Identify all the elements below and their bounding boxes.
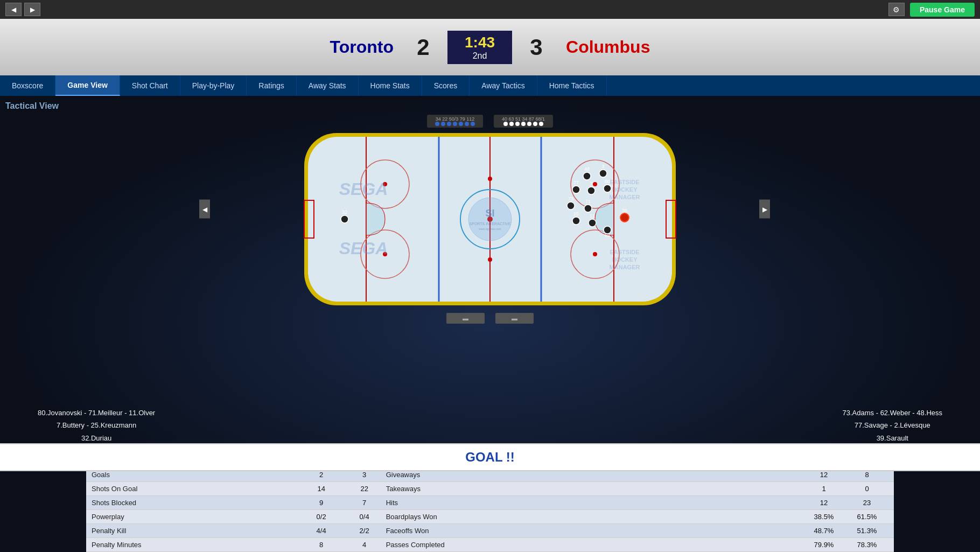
dot: [441, 122, 445, 126]
right-lines-panel: 73.Adams - 62.Weber - 48.Hess 77.Savage …: [843, 407, 942, 444]
svg-text:48: 48: [584, 166, 590, 172]
home-bench-dots: [503, 122, 543, 126]
table-row: Powerplay 0/2 0/4 Boardplays Won 38.5% 6…: [86, 510, 894, 524]
stat-val-tor-right: 79.9%: [802, 541, 845, 549]
svg-text:SI: SI: [485, 208, 494, 219]
svg-text:77: 77: [573, 180, 579, 185]
next-arrow[interactable]: ▶: [24, 3, 40, 16]
tab-ratings[interactable]: Ratings: [247, 75, 296, 96]
away-bench-dots: [435, 122, 475, 126]
left-line-2: 7.Buttery - 25.Kreuzmann: [38, 419, 155, 431]
stat-val-tor-left: 4/4: [300, 527, 343, 535]
svg-text:80: 80: [605, 179, 610, 184]
svg-text:SEGA: SEGA: [339, 239, 388, 258]
svg-point-15: [593, 182, 597, 186]
tab-shotchart[interactable]: Shot Chart: [120, 75, 180, 96]
rink-container: 34 22 50/3 79 112 40 63 51 34 87 68/1: [302, 115, 678, 324]
stat-val-cbs-left: 2/2: [343, 527, 386, 535]
away-bench-btn[interactable]: ▬: [446, 313, 485, 324]
time-box: 1:43 2nd: [447, 31, 512, 64]
stat-val-tor-left: 0/2: [300, 513, 343, 521]
table-row: Shots On Goal 14 22 Takeaways 1 0: [86, 482, 894, 496]
svg-point-45: [567, 202, 575, 209]
tab-homestats[interactable]: Home Stats: [359, 75, 422, 96]
top-bar: ◀ ▶ ⚙ Pause Game: [0, 0, 980, 19]
right-line-1: 73.Adams - 62.Weber - 48.Hess: [843, 407, 942, 419]
main-content: Tactical View ◀ ▶ 34 22 50/3 79 112 40 6…: [0, 96, 980, 552]
svg-point-41: [587, 187, 595, 194]
svg-point-49: [572, 217, 580, 225]
stat-val-tor-right: 12: [802, 471, 845, 479]
tab-playbyplay[interactable]: Play-by-Play: [180, 75, 247, 96]
nav-arrows: ◀ ▶: [5, 3, 40, 16]
tab-scores[interactable]: Scores: [422, 75, 470, 96]
svg-point-43: [604, 185, 611, 192]
table-row: Penalty Minutes 8 4 Passes Completed 79.…: [86, 538, 894, 552]
game-period: 2nd: [458, 51, 501, 61]
stat-val-tor-right: 1: [802, 485, 845, 493]
svg-text:EASTSIDE: EASTSIDE: [610, 179, 639, 185]
stat-val-tor-right: 12: [802, 499, 845, 507]
tab-gameview[interactable]: Game View: [55, 75, 120, 96]
stat-name-left: Goals: [92, 471, 300, 479]
svg-text:32: 32: [342, 209, 347, 215]
stat-val-tor-left: 9: [300, 499, 343, 507]
stat-val-cbs-left: 7: [343, 499, 386, 507]
stat-name-left: Shots On Goal: [92, 485, 300, 493]
dot: [471, 122, 475, 126]
left-line-1: 80.Jovanovski - 71.Meilleur - 11.Olver: [38, 407, 155, 419]
svg-point-55: [620, 213, 629, 222]
home-bench-btn[interactable]: ▬: [495, 313, 534, 324]
stat-name-left: Penalty Minutes: [92, 541, 300, 549]
stat-val-cbs-right: 61.5%: [845, 513, 888, 521]
svg-point-37: [599, 170, 607, 177]
dot: [459, 122, 463, 126]
dot: [509, 122, 514, 126]
stat-val-cbs-right: 8: [845, 471, 888, 479]
rink-svg: SEGA SEGA EASTSIDE HOCKEY MANAGER EASTSI…: [302, 130, 678, 308]
stat-val-cbs-left: 0/4: [343, 513, 386, 521]
stat-val-tor-right: 38.5%: [802, 513, 845, 521]
tab-boxscore[interactable]: Boxscore: [0, 75, 55, 96]
stat-val-cbs-right: 23: [845, 499, 888, 507]
svg-point-47: [584, 205, 592, 212]
tab-awaytactics[interactable]: Away Tactics: [470, 75, 537, 96]
dot: [447, 122, 451, 126]
settings-button[interactable]: ⚙: [888, 3, 905, 16]
table-row: Penalty Kill 4/4 2/2 Faceoffs Won 48.7% …: [86, 524, 894, 538]
svg-text:71: 71: [585, 199, 591, 204]
svg-point-35: [583, 172, 591, 180]
goal-banner: GOAL !!: [0, 443, 980, 471]
svg-text:73: 73: [568, 196, 573, 201]
svg-text:7: 7: [590, 181, 592, 186]
right-arrow[interactable]: ▶: [759, 200, 770, 219]
stat-name-left: Shots Blocked: [92, 499, 300, 507]
stats-rows-container: Goals 2 3 Giveaways 12 8 Shots On Goal 1…: [86, 468, 894, 552]
svg-text:EASTSIDE: EASTSIDE: [610, 249, 639, 255]
score-header: Toronto 2 1:43 2nd 3 Columbus: [0, 19, 980, 75]
stat-val-cbs-left: 3: [343, 471, 386, 479]
tab-awaystats[interactable]: Away Stats: [297, 75, 359, 96]
nav-tabs: Boxscore Game View Shot Chart Play-by-Pl…: [0, 75, 980, 96]
svg-point-51: [589, 219, 596, 227]
dot: [521, 122, 526, 126]
stat-val-cbs-right: 51.3%: [845, 527, 888, 535]
svg-text:MANAGER: MANAGER: [610, 194, 640, 200]
dot: [503, 122, 508, 126]
stat-val-tor-left: 8: [300, 541, 343, 549]
stat-val-tor-left: 14: [300, 485, 343, 493]
bench-area-top: 34 22 50/3 79 112 40 63 51 34 87 68/1: [302, 115, 678, 128]
pause-button[interactable]: Pause Game: [910, 3, 975, 17]
svg-text:62: 62: [605, 233, 610, 238]
svg-text:38: 38: [622, 208, 627, 213]
dot: [453, 122, 457, 126]
tab-hometactics[interactable]: Home Tactics: [537, 75, 607, 96]
left-arrow[interactable]: ◀: [199, 200, 210, 219]
home-team-name: Toronto: [330, 37, 394, 57]
score-box: 2 1:43 2nd 3: [404, 31, 555, 64]
svg-point-33: [341, 215, 348, 223]
table-row: Shots Blocked 9 7 Hits 12 23: [86, 496, 894, 510]
svg-text:HOCKEY: HOCKEY: [612, 256, 638, 263]
svg-text:SEGA: SEGA: [339, 179, 388, 199]
prev-arrow[interactable]: ◀: [5, 3, 22, 16]
